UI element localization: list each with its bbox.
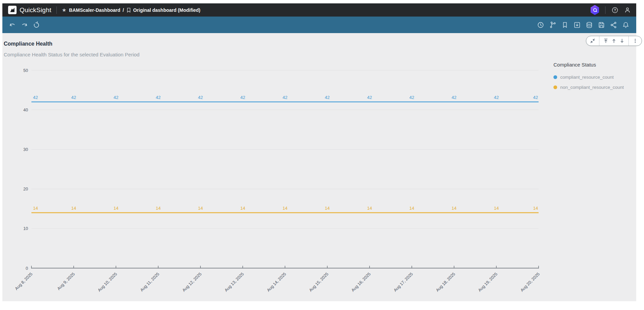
data-label: 42 (114, 95, 118, 100)
data-label: 14 (410, 206, 414, 211)
top-navigation-bar: QuickSight ★ BAMScaler-Dashboard / Origi… (2, 3, 636, 17)
legend-label: compliant_resource_count (560, 75, 614, 80)
favorite-star-icon[interactable]: ★ (62, 7, 66, 12)
data-label: 14 (367, 206, 372, 211)
legend-item-compliant[interactable]: compliant_resource_count (553, 75, 635, 80)
data-label: 42 (452, 95, 456, 100)
data-label: 42 (33, 95, 38, 100)
help-icon[interactable]: ? (611, 6, 619, 14)
alerts-bell-icon[interactable] (622, 21, 630, 29)
amazon-q-icon[interactable] (590, 5, 599, 15)
bookmark-icon (126, 7, 131, 13)
y-axis-tick-label: 20 (23, 187, 28, 191)
save-icon[interactable] (597, 21, 605, 29)
x-axis-tick-label: Aug 17, 2025 (393, 272, 414, 293)
data-label: 42 (198, 95, 203, 100)
x-axis-tick-label: Aug 13, 2025 (224, 272, 245, 293)
topbar-right-controls: ? (590, 5, 631, 15)
x-axis-tick-label: Aug 15, 2025 (308, 272, 329, 293)
reset-icon[interactable] (32, 21, 40, 29)
chart-legend: Compliance Status compliant_resource_cou… (553, 62, 635, 95)
data-label: 42 (410, 95, 414, 100)
breadcrumb-separator: / (123, 7, 124, 13)
dashboard-content: Compliance Health Compliance Health Stat… (2, 33, 636, 301)
x-axis-tick-label: Aug 11, 2025 (140, 272, 160, 292)
x-axis-tick-label: Aug 16, 2025 (350, 272, 372, 293)
branch-icon[interactable] (549, 21, 557, 29)
data-label: 42 (71, 95, 76, 100)
share-icon[interactable] (610, 21, 618, 29)
breadcrumb-page-name: Original dashboard (Modified) (133, 7, 200, 13)
y-axis-tick-label: 50 (23, 68, 28, 73)
data-label: 14 (494, 206, 499, 211)
data-label: 14 (533, 206, 538, 211)
data-label: 42 (533, 95, 538, 100)
y-axis-tick-label: 10 (23, 226, 28, 231)
x-axis-tick-label: Aug 8, 2025 (14, 272, 34, 291)
svg-text:?: ? (614, 8, 616, 12)
bookmarks-icon[interactable] (561, 21, 569, 29)
topbar-divider-2 (605, 6, 605, 14)
toolbar-left-group (9, 21, 40, 29)
x-axis-tick-label: Aug 10, 2025 (97, 272, 118, 293)
redo-icon[interactable] (21, 21, 28, 29)
x-axis-tick-label: Aug 18, 2025 (435, 272, 456, 293)
data-label: 42 (325, 95, 329, 100)
legend-item-non-compliant[interactable]: non_compliant_resource_count (553, 85, 635, 90)
data-label: 14 (156, 206, 160, 211)
x-axis-tick-label: Aug 19, 2025 (477, 272, 499, 293)
data-label: 14 (325, 206, 329, 211)
toolbar-right-group (537, 21, 630, 29)
data-label: 42 (282, 95, 287, 100)
app-name: QuickSight (20, 6, 51, 14)
data-label: 14 (282, 206, 287, 211)
compliance-line-chart: 01020304050Aug 8, 2025Aug 9, 2025Aug 10,… (2, 33, 636, 301)
breadcrumb-dashboard-name[interactable]: BAMScaler-Dashboard (69, 7, 120, 13)
topbar-divider (56, 6, 57, 14)
data-label: 42 (240, 95, 245, 100)
legend-label: non_compliant_resource_count (560, 85, 624, 90)
quicksight-app: QuickSight ★ BAMScaler-Dashboard / Origi… (2, 3, 636, 301)
export-icon[interactable] (573, 21, 581, 29)
data-label: 14 (33, 206, 38, 211)
data-label: 14 (71, 206, 76, 211)
x-axis-tick-label: Aug 14, 2025 (266, 272, 287, 293)
legend-title: Compliance Status (553, 62, 635, 68)
data-label: 14 (114, 206, 118, 211)
quicksight-logo-icon[interactable] (8, 6, 17, 14)
user-profile-icon[interactable] (624, 6, 631, 14)
x-axis-tick-label: Aug 20, 2025 (520, 272, 541, 293)
y-axis-tick-label: 40 (23, 108, 28, 112)
legend-dot-blue (553, 75, 557, 79)
data-label: 14 (198, 206, 203, 211)
y-axis-tick-label: 30 (23, 147, 28, 152)
undo-icon[interactable] (9, 21, 16, 29)
data-label: 14 (240, 206, 245, 211)
x-axis-tick-label: Aug 9, 2025 (56, 272, 76, 291)
legend-dot-yellow (553, 85, 557, 89)
x-axis-tick-label: Aug 12, 2025 (181, 272, 203, 293)
datasets-icon[interactable] (585, 21, 593, 29)
analysis-toolbar (2, 17, 636, 33)
data-label: 14 (452, 206, 456, 211)
history-clock-icon[interactable] (537, 21, 545, 29)
data-label: 42 (367, 95, 372, 100)
data-label: 42 (156, 95, 160, 100)
y-axis-tick-label: 0 (26, 266, 28, 271)
data-label: 42 (494, 95, 499, 100)
